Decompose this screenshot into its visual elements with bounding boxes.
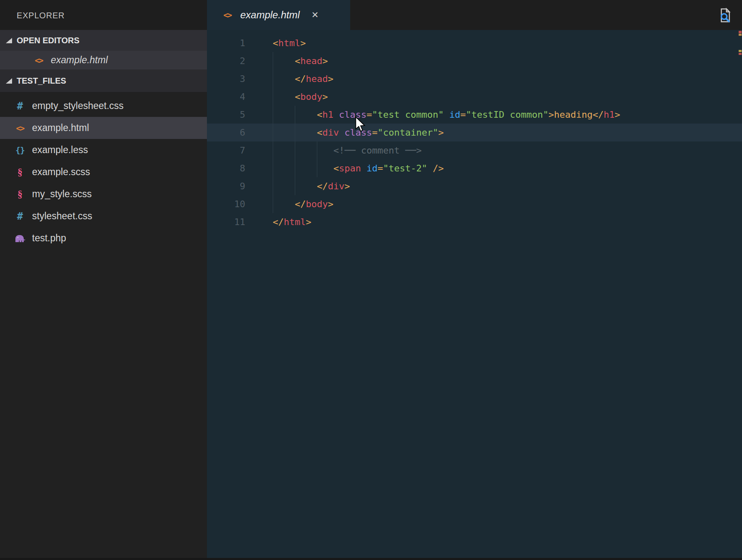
search-preview-icon[interactable] <box>717 18 734 25</box>
line-content: <head> <box>273 56 328 66</box>
minimap-mark <box>739 34 742 36</box>
code-line-11[interactable]: 11</html> <box>207 213 742 231</box>
token-punct: = <box>378 163 383 173</box>
line-content: </head> <box>273 74 334 84</box>
code-line-5[interactable]: 5 <h1 class="test common" id="testID com… <box>207 106 742 124</box>
sidebar-item-stylesheet-css[interactable]: #stylesheet.css <box>0 205 207 227</box>
token-punct: < <box>334 163 339 173</box>
code-editor[interactable]: 1<html>2 <head>3 </head>4 <body>5 <h1 cl… <box>207 30 742 560</box>
line-number: 5 <box>207 106 245 124</box>
file-name-label: empty_stylesheet.css <box>32 100 124 112</box>
section-expanded-twistie-icon[interactable] <box>6 38 12 43</box>
token-plain <box>334 109 339 120</box>
minimap-mark <box>739 50 742 52</box>
html-file-icon: <> <box>32 56 45 65</box>
less-file-icon: {} <box>14 145 26 155</box>
line-content: <!── comment ──> <box>273 145 422 156</box>
token-tag: span <box>339 163 361 173</box>
file-name-label: example.less <box>32 144 88 156</box>
code-line-8[interactable]: 8 <span id="test-2" /> <box>207 159 742 177</box>
scss-file-icon: § <box>14 166 26 178</box>
explorer-header: EXPLORER <box>0 0 207 30</box>
section-expanded-twistie-icon[interactable] <box>6 78 12 84</box>
line-content: <span id="test-2" /> <box>273 163 444 173</box>
tab-title: example.html <box>240 9 300 21</box>
token-attr_id: id <box>449 109 461 120</box>
minimap[interactable] <box>739 30 742 113</box>
token-comment: <!── comment ──> <box>334 145 422 156</box>
code-line-2[interactable]: 2 <head> <box>207 52 742 70</box>
token-punct: = <box>460 109 466 120</box>
token-punct: > <box>328 199 333 209</box>
tab-example-html[interactable]: <> example.html ✕ <box>207 0 350 30</box>
token-tag: body <box>300 92 322 102</box>
token-punct: < <box>295 56 300 66</box>
code-line-4[interactable]: 4 <body> <box>207 88 742 106</box>
editor-actions <box>717 7 734 26</box>
code-line-1[interactable]: 1<html> <box>207 34 742 52</box>
token-string: "test-2" <box>383 163 427 173</box>
code-line-10[interactable]: 10 </body> <box>207 195 742 213</box>
token-tag: h1 <box>604 109 615 120</box>
line-number: 8 <box>207 159 245 177</box>
section-label: OPEN EDITORS <box>17 36 80 45</box>
sidebar-item-test-php[interactable]: test.php <box>0 227 207 249</box>
token-punct: > <box>322 92 328 102</box>
token-tag: div <box>328 181 344 191</box>
sidebar-item-example-html[interactable]: <>example.html <box>0 117 207 139</box>
minimap-mark <box>739 31 742 33</box>
line-number: 9 <box>207 177 245 195</box>
vscode-window: EXPLORER OPEN EDITORS<>example.htmlTEST_… <box>0 0 742 560</box>
explorer-sections: OPEN EDITORS<>example.htmlTEST_FILES#emp… <box>0 30 207 249</box>
line-number: 2 <box>207 52 245 70</box>
token-punct: < <box>317 127 322 138</box>
file-name-label: my_style.scss <box>32 188 92 200</box>
line-number: 7 <box>207 141 245 159</box>
line-content: </div> <box>273 181 350 191</box>
file-name-label: example.html <box>32 122 89 134</box>
token-tag: h1 <box>322 109 334 120</box>
line-number: 11 <box>207 213 245 231</box>
token-punct: > <box>438 127 443 138</box>
line-number: 6 <box>207 124 245 141</box>
token-punct: < <box>317 109 322 120</box>
code-line-3[interactable]: 3 </head> <box>207 70 742 88</box>
token-punct: > <box>328 74 333 84</box>
section-header-open-editors[interactable]: OPEN EDITORS <box>0 30 207 51</box>
line-number: 4 <box>207 88 245 106</box>
token-punct: = <box>366 109 372 120</box>
minimap-mark <box>739 53 742 55</box>
file-name-label: example.html <box>51 55 108 66</box>
tab-close-icon[interactable]: ✕ <box>311 10 319 20</box>
token-punct: > <box>300 38 306 48</box>
token-punct: /> <box>433 163 444 173</box>
line-content: <body> <box>273 92 328 102</box>
section-header-test-files[interactable]: TEST_FILES <box>0 69 207 92</box>
token-tag: head <box>306 74 328 84</box>
css-file-icon: # <box>14 211 26 222</box>
token-punct: </ <box>317 181 328 191</box>
line-content: <h1 class="test common" id="testID commo… <box>273 109 620 120</box>
code-line-9[interactable]: 9 </div> <box>207 177 742 195</box>
html-file-icon: <> <box>221 10 234 20</box>
sidebar-item-example-less[interactable]: {}example.less <box>0 139 207 161</box>
token-punct: </ <box>295 199 306 209</box>
token-punct: > <box>548 109 554 120</box>
line-number: 10 <box>207 195 245 213</box>
token-tag: head <box>300 56 322 66</box>
token-plain <box>444 109 449 120</box>
token-punct: </ <box>593 109 604 120</box>
sidebar-item-my-style-scss[interactable]: §my_style.scss <box>0 183 207 205</box>
sidebar-item-empty-stylesheet-css[interactable]: #empty_stylesheet.css <box>0 95 207 117</box>
section-label: TEST_FILES <box>17 76 66 86</box>
window-bottom-edge <box>0 558 742 560</box>
file-name-label: stylesheet.css <box>32 211 92 222</box>
code-line-6[interactable]: 6 <div class="container"> <box>207 124 742 141</box>
sidebar-item-example-scss[interactable]: §example.scss <box>0 161 207 183</box>
open-editor-item-example-html[interactable]: <>example.html <box>0 51 207 69</box>
explorer-sidebar: EXPLORER OPEN EDITORS<>example.htmlTEST_… <box>0 0 207 560</box>
file-name-label: example.scss <box>32 166 90 178</box>
code-line-7[interactable]: 7 <!── comment ──> <box>207 141 742 159</box>
token-punct: < <box>273 38 278 48</box>
token-punct: > <box>615 109 620 120</box>
